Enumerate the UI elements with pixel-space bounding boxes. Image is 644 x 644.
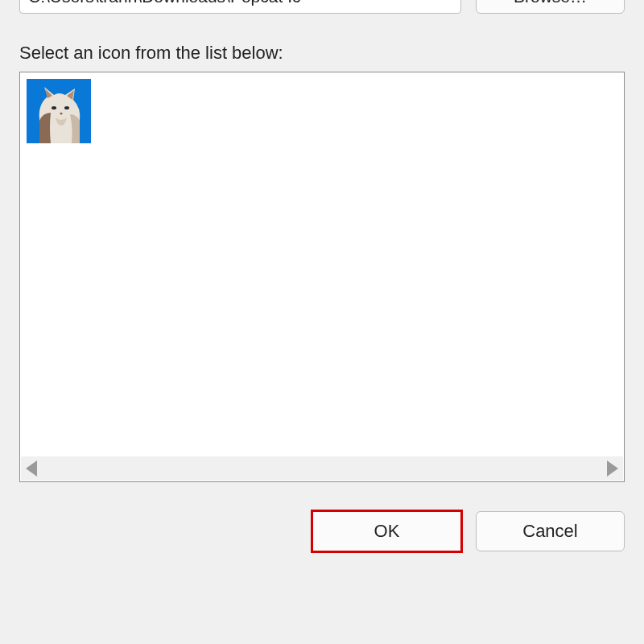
scroll-left-arrow-icon[interactable] (26, 460, 37, 477)
svg-point-1 (64, 106, 69, 109)
scroll-right-arrow-icon[interactable] (607, 460, 618, 477)
browse-button-label: Browse… (514, 0, 587, 6)
cancel-button[interactable]: Cancel (476, 511, 625, 551)
ok-button-label: OK (374, 521, 400, 542)
icon-path-input[interactable]: C:\Users\trann\Downloads\Popcat Ic (19, 0, 461, 14)
select-icon-label: Select an icon from the list below: (19, 43, 625, 64)
horizontal-scrollbar[interactable] (21, 456, 623, 481)
change-icon-dialog: C:\Users\trann\Downloads\Popcat Ic Brows… (0, 0, 644, 551)
dialog-button-row: OK Cancel (19, 511, 625, 551)
browse-button[interactable]: Browse… (476, 0, 625, 14)
popcat-icon (33, 85, 85, 143)
icon-list[interactable] (19, 72, 625, 482)
icon-item-popcat[interactable] (27, 79, 91, 143)
ok-button[interactable]: OK (312, 511, 461, 551)
path-row: C:\Users\trann\Downloads\Popcat Ic Brows… (19, 0, 625, 14)
svg-point-0 (52, 106, 56, 109)
cancel-button-label: Cancel (522, 521, 577, 542)
icon-path-value: C:\Users\trann\Downloads\Popcat Ic (28, 0, 300, 6)
